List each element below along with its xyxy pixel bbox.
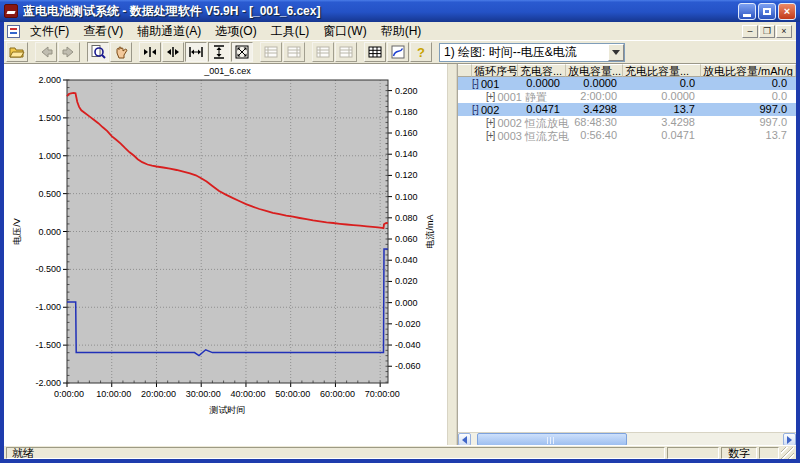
scroll-left-button[interactable] [458, 433, 471, 445]
step-row[interactable]: [+]0001 静置2:00:000.00000.0 [458, 90, 796, 103]
row-label-cell: [+]0002 恒流放电 [472, 116, 566, 129]
back-arrow-icon [38, 44, 54, 60]
app-window: 蓝电电池测试系统 - 数据处理软件 V5.9H - [_001_6.cex] ×… [0, 0, 800, 463]
zoom-tool-button[interactable] [87, 42, 109, 62]
step-name: 0002 恒流放电 [497, 117, 569, 129]
row-label-cell: [-]002 [472, 103, 518, 116]
help-icon: ? [413, 44, 429, 60]
column-header-2[interactable]: 充电容... [518, 64, 566, 77]
column-header-0[interactable] [458, 64, 472, 77]
expand-toggle[interactable]: [-] [472, 104, 478, 116]
x-tick-label: 10:00:00 [96, 389, 131, 399]
curve-button[interactable] [387, 42, 409, 62]
forward-arrow-icon [61, 44, 77, 60]
help-button[interactable]: ? [410, 42, 432, 62]
y-left-tick-label: 2.000 [38, 75, 61, 85]
toolbar: ? 1) 绘图: 时间--电压&电流 [4, 40, 796, 63]
menu-item-file[interactable]: 文件(F) [23, 22, 76, 41]
y-left-tick-label: 0.000 [38, 227, 61, 237]
mdi-minimize-button[interactable]: – [742, 25, 758, 38]
menu-item-window[interactable]: 窗口(W) [316, 22, 373, 41]
maximize-button[interactable] [758, 3, 776, 20]
h-expand-icon [165, 44, 181, 60]
expand-x-button[interactable] [162, 42, 184, 62]
y-right-tick-label: 0.060 [395, 234, 418, 244]
cell-value: 0:56:40 [566, 129, 623, 142]
cycle-number: 001 [481, 78, 499, 90]
column-header-5[interactable]: 放电比容量/mAh/g [701, 64, 796, 77]
chart-panel: 2.0001.5001.0000.5000.000-0.500-1.000-1.… [4, 64, 447, 445]
plot-type-select[interactable]: 1) 绘图: 时间--电压&电流 [439, 43, 625, 62]
scroll-thumb[interactable] [477, 433, 627, 445]
fit-width-button[interactable] [185, 42, 207, 62]
step-name: 0003 恒流充电 [497, 130, 569, 142]
cell-value: 0.0 [623, 77, 701, 90]
step-row[interactable]: [+]0002 恒流放电68:48:303.4298997.0 [458, 116, 796, 129]
y-right-tick-label: 0.160 [395, 128, 418, 138]
expand-toggle[interactable]: [+] [486, 117, 494, 129]
mdi-restore-button[interactable]: ❐ [759, 25, 775, 38]
horizontal-scrollbar[interactable] [458, 432, 796, 445]
status-cell-2 [759, 447, 779, 459]
panel-splitter[interactable] [447, 64, 457, 445]
cell-value: 2:00:00 [566, 90, 623, 103]
column-header-1[interactable]: 循环序号 [472, 64, 518, 77]
pan-tool-button[interactable] [110, 42, 132, 62]
menu-item-tools[interactable]: 工具(L) [264, 22, 317, 41]
cycle-number: 002 [481, 104, 499, 116]
fit-height-icon [211, 44, 227, 60]
main-area: 2.0001.5001.0000.5000.000-0.500-1.000-1.… [4, 63, 796, 445]
open-folder-icon [9, 44, 25, 60]
menu-items: 文件(F)查看(V)辅助通道(A)选项(O)工具(L)窗口(W)帮助(H) [23, 22, 742, 41]
y-right-tick-label: 0.080 [395, 213, 418, 223]
expand-toggle[interactable]: [+] [486, 91, 494, 103]
cycle-table-panel: 循环序号充电容...放电容量...充电比容量...放电比容量/mAh/g[-]0… [457, 64, 796, 445]
dropdown-arrow-icon[interactable] [608, 44, 624, 61]
y-axis-right-label: 电流/mA [425, 214, 435, 248]
menu-item-options[interactable]: 选项(O) [208, 22, 263, 41]
status-bar: 就绪 数字 [4, 445, 796, 459]
menu-item-aux-channel[interactable]: 辅助通道(A) [130, 22, 208, 41]
resize-grip[interactable] [781, 447, 794, 459]
document-icon[interactable] [7, 25, 20, 38]
open-file-button[interactable] [6, 42, 28, 62]
forward-button [58, 42, 80, 62]
expand-toggle[interactable]: [+] [486, 130, 494, 142]
curve-icon [390, 44, 406, 60]
y-right-tick-label: 0.000 [395, 298, 418, 308]
column-header-3[interactable]: 放电容量... [566, 64, 623, 77]
status-cell-1 [667, 447, 719, 459]
scroll-right-button[interactable] [783, 433, 796, 445]
list-left-icon [315, 44, 331, 60]
y-left-tick-label: -0.500 [35, 264, 61, 274]
row-gutter [458, 129, 472, 142]
cell-value: 0.0 [701, 90, 796, 103]
close-button[interactable]: × [778, 3, 796, 20]
mdi-close-button[interactable]: × [776, 25, 792, 38]
y-right-tick-label: -0.060 [395, 361, 421, 371]
y-left-tick-label: -1.500 [35, 340, 61, 350]
step-row[interactable]: [+]0003 恒流充电0:56:400.047113.7 [458, 129, 796, 142]
cell-value: 0.0000 [518, 77, 566, 90]
shrink-x-button[interactable] [139, 42, 161, 62]
h-shrink-icon [142, 44, 158, 60]
fit-height-button[interactable] [208, 42, 230, 62]
row-label-cell: [+]0003 恒流充电 [472, 129, 566, 142]
zoom-page-icon [90, 44, 106, 60]
expand-toggle[interactable]: [-] [472, 78, 478, 90]
y-right-tick-label: 0.100 [395, 192, 418, 202]
y-right-tick-label: 0.140 [395, 149, 418, 159]
status-text: 就绪 [6, 447, 665, 459]
minimize-button[interactable] [738, 3, 756, 20]
scroll-track[interactable] [471, 433, 783, 445]
cycle-row[interactable]: [-]0020.04713.429813.7997.0 [458, 103, 796, 116]
menu-item-help[interactable]: 帮助(H) [374, 22, 429, 41]
grid-view-button[interactable] [364, 42, 386, 62]
maximize-icon [763, 8, 771, 15]
cycle-row[interactable]: [-]0010.00000.00000.00.0 [458, 77, 796, 90]
column-header-4[interactable]: 充电比容量... [623, 64, 701, 77]
menu-item-view[interactable]: 查看(V) [76, 22, 130, 41]
fit-all-button[interactable] [231, 42, 253, 62]
x-tick-label: 70:00:00 [365, 389, 400, 399]
data-sheet-button-2 [283, 42, 305, 62]
